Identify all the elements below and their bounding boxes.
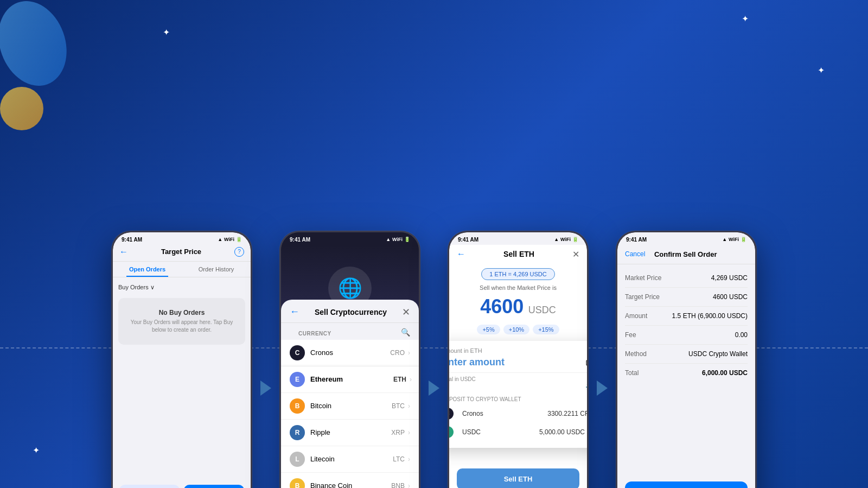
eth-icon: E — [290, 372, 305, 387]
amount-detail-value: 1.5 ETH (6,900.00 USDC) — [672, 312, 748, 320]
cronos-balance: 3300.2211 CRO — [547, 410, 587, 417]
phone-2-sell-crypto: 9:41 AM ▲ WiFi 🔋 🌐 Automatically buy and… — [279, 231, 420, 489]
tab-open-orders[interactable]: Open Orders — [113, 262, 182, 277]
back-icon-1[interactable]: ← — [119, 247, 128, 257]
arrow-right-icon-1 — [260, 381, 271, 396]
pct-btn-15[interactable]: +15% — [533, 325, 559, 334]
percentage-buttons: +5% +10% +15% — [449, 325, 587, 334]
currency-row-cronos[interactable]: C Cronos CRO › — [281, 340, 419, 366]
market-price-label: Market Price — [625, 274, 661, 282]
sell-when-text: Sell when the Market Price is — [449, 284, 587, 291]
time-4: 9:41 AM — [626, 237, 647, 243]
phone-frame-3: 9:41 AM ▲ WiFi 🔋 ← Sell ETH ✕ 1 ETH = 4,… — [448, 231, 589, 489]
pct-btn-5[interactable]: +5% — [477, 325, 500, 334]
confirm-button[interactable]: Confirm — [625, 481, 748, 489]
phone-frame-1: 9:41 AM ▲ WiFi 🔋 ← Target Price ? — [111, 231, 252, 489]
sell-eth-button[interactable]: Sell ETH — [457, 468, 579, 489]
usdc-balance: 5,000.00 USDC — [539, 428, 585, 436]
back-icon-3[interactable]: ← — [457, 249, 465, 259]
close-icon-3[interactable]: ✕ — [572, 249, 579, 259]
bnb-icon: B — [290, 478, 305, 489]
ltc-icon: L — [290, 452, 305, 467]
ltc-ticker: LTC — [393, 455, 405, 463]
total-usdc-label: Total in USDC — [449, 376, 587, 382]
star-decor-2: ✦ — [818, 65, 825, 75]
star-decor-5: ✦ — [163, 27, 170, 37]
bnb-name: Binance Coin — [310, 481, 391, 488]
bnb-chevron: › — [408, 482, 410, 489]
xrp-ticker: XRP — [391, 429, 405, 436]
currency-row-ripple[interactable]: R Ripple XRP › — [281, 420, 419, 446]
phone-frame-4: 9:41 AM ▲ WiFi 🔋 Cancel Confirm Sell Ord… — [616, 231, 757, 489]
eth-ticker: ETH — [393, 376, 406, 383]
settings-icon[interactable]: ⚙️ — [585, 383, 587, 391]
search-icon[interactable]: 🔍 — [401, 328, 410, 337]
close-sheet-icon[interactable]: ✕ — [402, 306, 410, 318]
btc-chevron: › — [408, 402, 410, 410]
currency-row-bitcoin[interactable]: B Bitcoin BTC › — [281, 393, 419, 420]
cronos-ticker: CRO — [390, 349, 405, 357]
sell-cryptocurrency-sheet: ← Sell Cryptocurrency ✕ CURRENCY 🔍 C Cro… — [281, 300, 419, 489]
tabs-1: Open Orders Order History — [113, 262, 251, 277]
phone-4-confirm: 9:41 AM ▲ WiFi 🔋 Cancel Confirm Sell Ord… — [616, 231, 757, 489]
amount-placeholder[interactable]: Enter amount — [449, 357, 505, 368]
currency-row-ethereum[interactable]: E Ethereum ETH › — [281, 366, 419, 393]
market-price-value: 4,269 USDC — [711, 274, 748, 282]
cronos-wallet-icon: C — [449, 408, 454, 420]
xrp-name: Ripple — [310, 428, 391, 436]
btc-icon: B — [290, 398, 305, 414]
amount-label: Amount in ETH — [449, 347, 587, 354]
phone-3-sell-eth: 9:41 AM ▲ WiFi 🔋 ← Sell ETH ✕ 1 ETH = 4,… — [448, 231, 589, 489]
sell-sheet-header: ← Sell Cryptocurrency ✕ — [281, 300, 419, 323]
back-sheet-icon[interactable]: ← — [290, 306, 299, 318]
sell-eth-title: Sell ETH — [465, 250, 572, 258]
total-value: 6,000.00 USDC — [702, 369, 748, 377]
arrow-1 — [252, 381, 279, 396]
market-price-badge: 1 ETH = 4,269 USDC — [481, 268, 554, 280]
phone1-bottom-buttons: Buy Sell — [119, 485, 244, 489]
ltc-name: Litecoin — [310, 455, 393, 463]
screen-2: 9:41 AM ▲ WiFi 🔋 🌐 Automatically buy and… — [281, 232, 419, 489]
info-button-1[interactable]: ? — [234, 247, 244, 257]
currency-row-litecoin[interactable]: L Litecoin LTC › — [281, 446, 419, 473]
screen-4: 9:41 AM ▲ WiFi 🔋 Cancel Confirm Sell Ord… — [617, 232, 755, 489]
sell-button[interactable]: Sell — [184, 485, 244, 489]
method-value: USDC Crypto Wallet — [688, 350, 748, 358]
screen-1: 9:41 AM ▲ WiFi 🔋 ← Target Price ? — [113, 232, 251, 489]
fee-label: Fee — [625, 331, 636, 339]
total-label: Total — [625, 369, 639, 377]
target-price-value: 4600 — [480, 295, 524, 318]
detail-row-total: Total 6,000.00 USDC — [625, 364, 748, 382]
empty-orders-subtitle: Your Buy Orders will appear here. Tap Bu… — [125, 319, 239, 334]
buy-orders-label[interactable]: Buy Orders ∨ — [118, 284, 155, 290]
status-icons-1: ▲ WiFi 🔋 — [218, 237, 242, 242]
usdc-wallet-name: USDC — [462, 428, 481, 436]
pct-btn-10[interactable]: +10% — [503, 325, 529, 334]
btc-name: Bitcoin — [310, 402, 392, 410]
detail-row-fee: Fee 0.00 — [625, 326, 748, 345]
amount-input-popup: Amount in ETH Enter amount ⬡ Total in US… — [449, 341, 587, 448]
status-bar-1: 9:41 AM ▲ WiFi 🔋 — [113, 232, 251, 245]
arrow-3 — [589, 381, 616, 396]
amount-detail-label: Amount — [625, 312, 647, 320]
fee-value: 0.00 — [735, 331, 748, 339]
detail-row-amount: Amount 1.5 ETH (6,900.00 USDC) — [625, 307, 748, 326]
eth-chevron: › — [410, 376, 412, 383]
target-price-label: Target Price — [625, 293, 660, 301]
time-2: 9:41 AM — [290, 237, 310, 243]
wallet-row-usdc[interactable]: T USDC 5,000.00 USDC ✓ — [449, 423, 587, 441]
phone1-header: ← Target Price ? — [113, 245, 251, 262]
xrp-chevron: › — [408, 429, 410, 436]
tab-order-history[interactable]: Order History — [182, 262, 251, 277]
target-price-detail: 4600 USDC — [713, 293, 748, 301]
cancel-button[interactable]: Cancel — [625, 250, 645, 258]
arrow-right-icon-2 — [429, 381, 439, 396]
empty-orders-box: No Buy Orders Your Buy Orders will appea… — [118, 298, 245, 345]
currency-row-bnb[interactable]: B Binance Coin BNB › — [281, 473, 419, 489]
arrow-2 — [420, 381, 448, 396]
target-currency: USDC — [528, 305, 556, 315]
wallet-row-cronos[interactable]: C Cronos 3300.2211 CRO — [449, 404, 587, 423]
sell-eth-header: ← Sell ETH ✕ — [449, 245, 587, 264]
buy-button[interactable]: Buy — [119, 485, 180, 489]
cronos-name: Cronos — [310, 348, 390, 357]
